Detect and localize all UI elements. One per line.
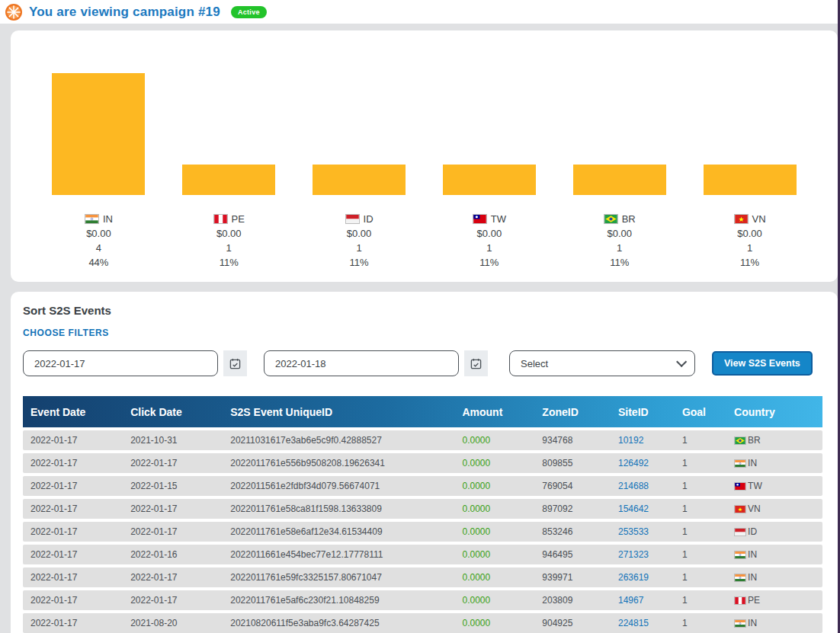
cell-unique-id: 2022011761e59fc3325157.80671047 (223, 572, 454, 583)
filter-select[interactable]: Select (509, 350, 695, 376)
cell-goal: 1 (675, 549, 726, 560)
column-header-zone-id: ZoneID (534, 406, 611, 418)
country-code-label: TW (491, 212, 506, 226)
country-code-label: PE (232, 212, 245, 226)
column-header-unique-id: S2S Event UniqueID (223, 406, 454, 418)
calendar-icon[interactable] (223, 350, 247, 376)
site-id-link[interactable]: 271323 (611, 549, 675, 560)
cell-event-date: 2022-01-17 (23, 549, 123, 560)
cell-country: PE (726, 595, 822, 606)
date-from-input[interactable] (23, 350, 218, 376)
flag-tw-icon (734, 482, 746, 491)
bar-br[interactable] (573, 165, 666, 195)
date-to-group (264, 350, 488, 376)
amount-label: $0.00 (473, 226, 506, 241)
chevron-down-icon (676, 356, 687, 367)
country-code-label: ID (364, 212, 374, 226)
country-code-label: IN (748, 572, 757, 583)
table-row: 2022-01-172021-10-3120211031617e3ab6e5c9… (23, 430, 822, 450)
cell-goal: 1 (675, 504, 726, 514)
cell-click-date: 2022-01-17 (123, 458, 223, 468)
country-code-label: IN (103, 212, 113, 226)
country-code-label: BR (622, 212, 636, 226)
column-header-amount: Amount (454, 406, 534, 418)
cell-unique-id: 2022011661e454bec77e12.17778111 (223, 549, 454, 560)
cell-zone-id: 904925 (534, 618, 611, 628)
cell-click-date: 2022-01-17 (123, 572, 223, 583)
percent-label: 11% (734, 255, 766, 270)
cell-country: TW (726, 481, 822, 491)
cell-event-date: 2022-01-17 (23, 572, 123, 583)
cell-click-date: 2021-08-20 (123, 618, 223, 628)
cell-click-date: 2022-01-16 (123, 549, 223, 560)
cell-click-date: 2021-10-31 (123, 435, 223, 446)
view-s2s-events-button[interactable]: View S2S Events (712, 351, 813, 376)
filters-row: Select View S2S Events (23, 350, 822, 376)
bar-tw[interactable] (443, 165, 536, 195)
cell-amount: 0.0000 (454, 481, 534, 491)
cell-event-date: 2022-01-17 (23, 435, 123, 446)
flag-in-icon (85, 214, 99, 224)
cell-amount: 0.0000 (454, 504, 534, 514)
cell-zone-id: 939971 (534, 572, 611, 583)
cell-goal: 1 (675, 618, 726, 628)
cell-zone-id: 946495 (534, 549, 611, 560)
flag-vn-icon (734, 505, 746, 513)
calendar-icon[interactable] (464, 350, 488, 376)
column-header-country: Country (726, 406, 822, 418)
percent-label: 44% (85, 255, 113, 270)
cell-country: VN (726, 504, 822, 514)
cell-event-date: 2022-01-17 (23, 481, 123, 491)
cell-goal: 1 (675, 481, 726, 491)
cell-click-date: 2022-01-15 (123, 481, 223, 491)
site-id-link[interactable]: 224815 (611, 618, 675, 628)
cell-click-date: 2022-01-17 (123, 526, 223, 537)
cell-unique-id: 2022011761e58e6af12e34.61534409 (223, 526, 454, 537)
cell-event-date: 2022-01-17 (23, 595, 123, 606)
country-code-label: IN (748, 458, 757, 468)
flag-vn-icon (734, 214, 749, 224)
orange-slice-logo-icon (5, 3, 23, 21)
table-header: Event Date Click Date S2S Event UniqueID… (23, 396, 822, 427)
table-row: 2022-01-172021-08-2020210820611f5e3aba9f… (23, 613, 822, 633)
choose-filters-label: CHOOSE FILTERS (23, 328, 822, 338)
table-row: 2022-01-172022-01-172022011761e58ca81f15… (23, 499, 822, 519)
country-code-label: PE (748, 595, 760, 606)
amount-label: $0.00 (345, 226, 374, 241)
site-id-link[interactable]: 263619 (611, 572, 675, 583)
cell-amount: 0.0000 (454, 572, 534, 583)
chart-column-tw: TW$0.00111% (424, 52, 554, 270)
column-header-click-date: Click Date (123, 406, 223, 418)
site-id-link[interactable]: 253533 (611, 526, 675, 537)
cell-event-date: 2022-01-17 (23, 504, 123, 514)
chart-column-in: IN$0.00444% (34, 52, 164, 270)
cell-unique-id: 2022011761e556b9508208.19626341 (223, 458, 454, 468)
column-header-event-date: Event Date (23, 406, 123, 418)
cell-amount: 0.0000 (454, 526, 534, 537)
cell-goal: 1 (675, 526, 726, 537)
percent-label: 11% (604, 255, 636, 270)
select-value: Select (521, 358, 548, 369)
bar-in[interactable] (52, 73, 145, 195)
date-to-input[interactable] (264, 350, 459, 376)
cell-zone-id: 809855 (534, 458, 611, 468)
site-id-link[interactable]: 214688 (611, 481, 675, 491)
chart-column-br: BR$0.00111% (554, 52, 685, 270)
table-row: 2022-01-172022-01-162022011661e454bec77e… (23, 545, 822, 564)
flag-in-icon (734, 551, 746, 559)
site-id-link[interactable]: 126492 (611, 458, 675, 468)
site-id-link[interactable]: 10192 (611, 435, 675, 446)
bar-vn[interactable] (704, 165, 797, 195)
country-code-label: IN (748, 618, 757, 628)
site-id-link[interactable]: 154642 (611, 504, 675, 514)
cell-event-date: 2022-01-17 (23, 458, 123, 468)
site-id-link[interactable]: 14967 (611, 595, 675, 606)
cell-click-date: 2022-01-17 (123, 504, 223, 514)
amount-label: $0.00 (734, 226, 766, 241)
cell-event-date: 2022-01-17 (23, 526, 123, 537)
cell-zone-id: 853246 (534, 526, 611, 537)
section-title: Sort S2S Events (23, 304, 822, 317)
bar-pe[interactable] (182, 165, 275, 195)
table-row: 2022-01-172022-01-152022011561e2fdbf34d0… (23, 476, 822, 496)
bar-id[interactable] (313, 165, 406, 195)
